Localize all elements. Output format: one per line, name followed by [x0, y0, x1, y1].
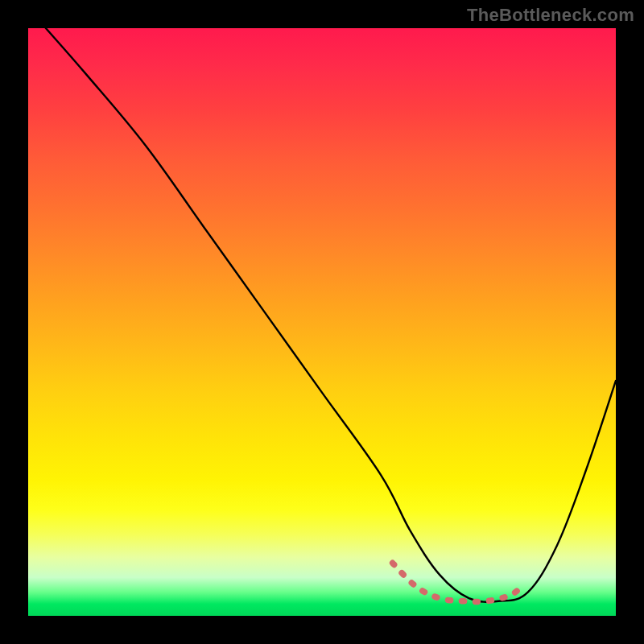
chart-container: TheBottleneck.com [0, 0, 644, 644]
plot-area [28, 28, 616, 616]
watermark-text: TheBottleneck.com [467, 5, 634, 26]
optimal-range-marker-line [393, 563, 522, 601]
chart-svg [28, 28, 616, 616]
bottleneck-curve-line [46, 28, 616, 602]
